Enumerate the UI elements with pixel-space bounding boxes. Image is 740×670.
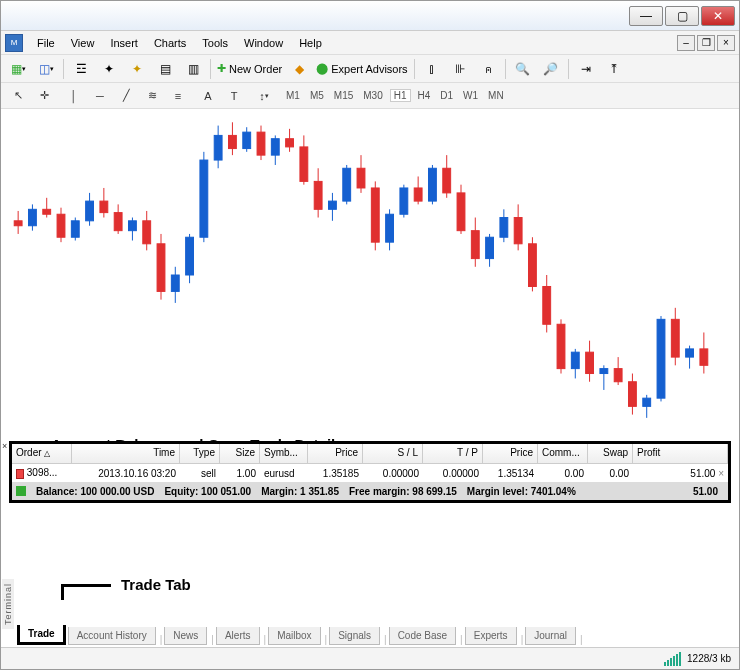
minimize-button[interactable]: — [629, 6, 663, 26]
tab-journal[interactable]: Journal [525, 627, 576, 645]
order-icon [16, 469, 24, 479]
menu-view[interactable]: View [63, 37, 103, 49]
menu-window[interactable]: Window [236, 37, 291, 49]
svg-rect-85 [614, 369, 622, 382]
tf-w1[interactable]: W1 [460, 90, 481, 101]
menu-bar: M File View Insert Charts Tools Window H… [1, 31, 739, 55]
status-bar: 1228/3 kb [1, 647, 739, 669]
tab-history[interactable]: Account History [68, 627, 156, 645]
cell-price: 1.35185 [308, 466, 363, 481]
close-button[interactable]: ✕ [701, 6, 735, 26]
terminal-icon[interactable]: ▤ [154, 58, 176, 80]
svg-rect-59 [429, 168, 437, 201]
menu-insert[interactable]: Insert [102, 37, 146, 49]
data-window-icon[interactable]: ✦ [126, 58, 148, 80]
svg-rect-21 [157, 244, 165, 292]
chart-shift-icon[interactable]: ⤒ [603, 58, 625, 80]
cell-price2: 1.35134 [483, 466, 538, 481]
svg-rect-91 [657, 319, 665, 398]
tf-m15[interactable]: M15 [331, 90, 356, 101]
terminal-tabs: Trade Account History | News | Alerts | … [17, 623, 731, 645]
strategy-tester-icon[interactable]: ▥ [182, 58, 204, 80]
tab-trade[interactable]: Trade [17, 625, 66, 645]
col-comm[interactable]: Comm... [538, 444, 588, 463]
terminal-close-icon[interactable]: × [2, 441, 7, 451]
zoom-in-icon[interactable]: 🔍 [512, 58, 534, 80]
mdi-restore-button[interactable]: ❐ [697, 35, 715, 51]
trendline-icon[interactable]: ╱ [115, 86, 137, 106]
tab-alerts[interactable]: Alerts [216, 627, 260, 645]
mdi-close-button[interactable]: × [717, 35, 735, 51]
svg-rect-75 [543, 286, 551, 324]
line-chart-icon[interactable]: ⩀ [477, 58, 499, 80]
crosshair-icon[interactable]: ✛ [33, 86, 55, 106]
meta-icon[interactable]: ◆ [288, 58, 310, 80]
col-sl[interactable]: S / L [363, 444, 423, 463]
text-icon[interactable]: A [197, 86, 219, 106]
market-watch-icon[interactable]: ☲ [70, 58, 92, 80]
tf-m30[interactable]: M30 [360, 90, 385, 101]
col-swap[interactable]: Swap [588, 444, 633, 463]
cell-sl: 0.00000 [363, 466, 423, 481]
col-time[interactable]: Time [72, 444, 180, 463]
svg-rect-41 [300, 147, 308, 181]
svg-rect-25 [186, 237, 194, 275]
menu-file[interactable]: File [29, 37, 63, 49]
svg-rect-27 [200, 160, 208, 237]
tab-news[interactable]: News [164, 627, 207, 645]
arrows-icon[interactable]: ↕▾ [253, 86, 275, 106]
col-size[interactable]: Size [220, 444, 260, 463]
tf-h1[interactable]: H1 [390, 89, 411, 102]
svg-rect-69 [500, 218, 508, 238]
cursor-icon[interactable]: ↖ [7, 86, 29, 106]
svg-rect-79 [571, 352, 579, 368]
menu-charts[interactable]: Charts [146, 37, 194, 49]
svg-rect-77 [557, 324, 565, 368]
new-chart-icon[interactable]: ▦▾ [7, 58, 29, 80]
navigator-icon[interactable]: ✦ [98, 58, 120, 80]
maximize-button[interactable]: ▢ [665, 6, 699, 26]
col-order[interactable]: Order △ [12, 444, 72, 463]
vline-icon[interactable]: │ [63, 86, 85, 106]
tf-d1[interactable]: D1 [437, 90, 456, 101]
col-tp[interactable]: T / P [423, 444, 483, 463]
profiles-icon[interactable]: ◫▾ [35, 58, 57, 80]
svg-rect-15 [114, 213, 122, 231]
svg-rect-57 [414, 188, 422, 201]
tab-mailbox[interactable]: Mailbox [268, 627, 320, 645]
new-order-button[interactable]: ✚New Order [217, 62, 282, 75]
candle-chart-icon[interactable]: ⊪ [449, 58, 471, 80]
col-profit[interactable]: Profit [633, 444, 728, 463]
svg-rect-17 [129, 221, 137, 231]
expert-advisors-icon: ⬤ [316, 62, 328, 75]
auto-scroll-icon[interactable]: ⇥ [575, 58, 597, 80]
col-price2[interactable]: Price [483, 444, 538, 463]
svg-rect-9 [71, 221, 79, 237]
tab-signals[interactable]: Signals [329, 627, 380, 645]
tab-experts[interactable]: Experts [465, 627, 517, 645]
menu-help[interactable]: Help [291, 37, 330, 49]
svg-rect-65 [471, 231, 479, 259]
bar-chart-icon[interactable]: ⫿ [421, 58, 443, 80]
tf-mn[interactable]: MN [485, 90, 507, 101]
chart-area[interactable] [1, 109, 739, 441]
svg-rect-51 [371, 188, 379, 242]
menu-tools[interactable]: Tools [194, 37, 236, 49]
trade-row[interactable]: 3098... 2013.10.16 03:20 sell 1.00 eurus… [12, 464, 728, 482]
tf-m5[interactable]: M5 [307, 90, 327, 101]
channel-icon[interactable]: ≋ [141, 86, 163, 106]
tf-m1[interactable]: M1 [283, 90, 303, 101]
fibo-icon[interactable]: ≡ [167, 86, 189, 106]
close-trade-icon[interactable]: × [718, 468, 724, 479]
col-symbol[interactable]: Symb... [260, 444, 308, 463]
tab-codebase[interactable]: Code Base [389, 627, 456, 645]
col-type[interactable]: Type [180, 444, 220, 463]
expert-advisors-button[interactable]: ⬤Expert Advisors [316, 62, 407, 75]
label-icon[interactable]: T [223, 86, 245, 106]
zoom-out-icon[interactable]: 🔎 [540, 58, 562, 80]
tf-h4[interactable]: H4 [415, 90, 434, 101]
mdi-minimize-button[interactable]: – [677, 35, 695, 51]
col-price[interactable]: Price [308, 444, 363, 463]
svg-rect-83 [600, 369, 608, 374]
hline-icon[interactable]: ─ [89, 86, 111, 106]
